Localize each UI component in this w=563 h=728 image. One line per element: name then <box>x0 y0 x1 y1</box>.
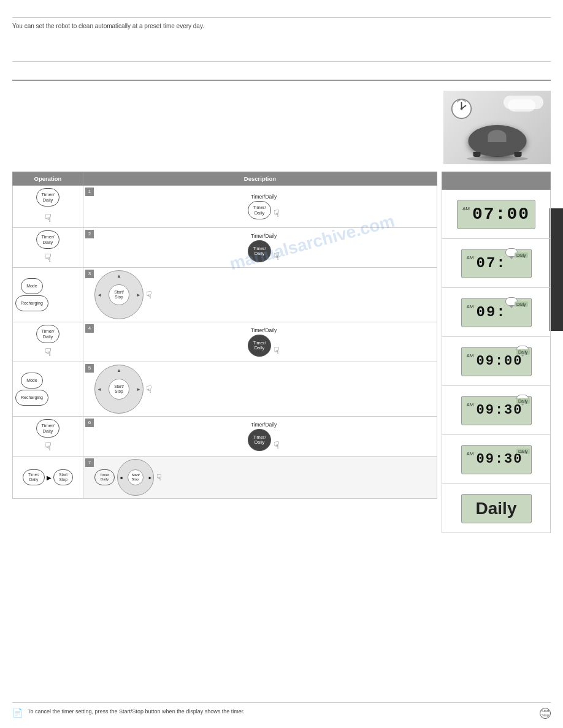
hand-icon-action-4: ☟ <box>274 345 280 357</box>
start-stop-btn-7a[interactable]: StartStop <box>53 469 73 485</box>
step-content-7: Timer/Daily ▶ StartStop <box>15 469 80 485</box>
step-number-7: 7 <box>85 458 94 467</box>
top-line-1 <box>12 17 551 18</box>
display-row-7: Daily <box>442 484 551 533</box>
floor-shadow <box>467 156 528 161</box>
step-number-2: 2 <box>85 230 94 238</box>
step-cell-1: Timer/ Daily ☟ <box>13 186 83 228</box>
lcd-3: AM 09: Daily <box>461 298 532 327</box>
action-content-6: Timer/Daily Timer/ Daily ☟ <box>86 422 434 451</box>
action-content-2: Timer/Daily Timer/ Daily ☟ <box>86 233 434 262</box>
dpad-right-3 <box>136 292 141 298</box>
dpad-7[interactable]: ◄ ► Start/Stop <box>117 459 154 496</box>
document-icon: 📄 <box>12 708 23 718</box>
action-content-3: Start/Stop ☟ <box>86 270 434 319</box>
timer-daily-action-btn-6[interactable]: Timer/ Daily <box>248 429 271 451</box>
dpad-left-7: ◄ <box>119 476 123 480</box>
action-content-7: TimerDaily ◄ ► Start/Stop ☟ <box>86 459 434 496</box>
intro-text: You can set the robot to clean automatic… <box>12 21 434 31</box>
step-content-1: Timer/ Daily ☟ <box>15 188 80 225</box>
hand-icon-7: ☟ <box>156 472 162 482</box>
table-row: Mode Recharging 3 <box>13 268 437 322</box>
timer-daily-btn-4[interactable]: Timer/ Daily <box>36 325 60 343</box>
lcd-time-2: 07: <box>477 256 507 271</box>
lcd-am-3: AM <box>467 304 474 309</box>
mode-btn-5[interactable]: Mode <box>21 373 43 389</box>
dpad-3[interactable]: Start/Stop <box>94 270 144 319</box>
cloud-decoration-2 <box>508 99 535 112</box>
lcd-daily-tag-2: Daily <box>515 252 528 258</box>
recharging-btn-5[interactable]: Recharging <box>15 390 48 406</box>
timer-daily-action-btn-4[interactable]: Timer/ Daily <box>248 335 271 357</box>
display-row-5: AM 09:30 Daily <box>442 386 551 435</box>
lcd-time-4: 09:00 <box>477 355 523 368</box>
timer-daily-btn-6[interactable]: Timer/ Daily <box>36 419 60 438</box>
recharging-btn-3[interactable]: Recharging <box>15 295 48 311</box>
td-label-6: Timer/Daily <box>251 422 277 428</box>
step-cell-6: Timer/ Daily ☟ <box>13 417 83 457</box>
mode-btn-3[interactable]: Mode <box>21 278 43 294</box>
lcd-am-5: AM <box>467 402 474 408</box>
timer-daily-btn-2[interactable]: Timer/ Daily <box>36 230 60 249</box>
step-number-4: 4 <box>85 324 94 333</box>
lcd-daily-tag-4: Daily <box>516 349 530 355</box>
timer-daily-action-btn-2[interactable]: Timer/ Daily <box>248 240 271 262</box>
instruction-table-container: Operation Description Timer/ Daily ☟ <box>12 172 437 499</box>
timer-daily-btn-1[interactable]: Timer/ Daily <box>36 188 60 207</box>
step-content-4: Timer/ Daily ☟ <box>15 325 80 359</box>
table-row: Timer/ Daily ☟ 6 Timer/Daily Ti <box>13 417 437 457</box>
col-header-operation: Operation <box>13 172 83 186</box>
dpad-5[interactable]: Start/Stop <box>94 365 144 414</box>
timer-daily-action-btn-7[interactable]: TimerDaily <box>94 469 115 485</box>
step-number-6: 6 <box>85 419 94 427</box>
robot-vacuum-body <box>468 125 526 157</box>
action-content-4: Timer/Daily Timer/ Daily ☟ <box>86 327 434 357</box>
action-cell-6: 6 Timer/Daily Timer/ Daily ☟ <box>83 417 437 457</box>
start-stop-center-7[interactable]: Start/Stop <box>128 469 144 485</box>
action-cell-2: 2 Timer/Daily Timer/ Daily ☟ <box>83 228 437 268</box>
timer-daily-action-btn-1[interactable]: Timer/ Daily <box>248 201 272 219</box>
step-cell-4: Timer/ Daily ☟ <box>13 322 83 362</box>
clock-icon <box>451 98 472 119</box>
lcd-time-1: 07:00 <box>472 206 530 223</box>
display-row-3: AM 09: Daily <box>442 288 551 337</box>
lcd-am-6: AM <box>467 451 474 457</box>
start-stop-btn-3[interactable]: Start/Stop <box>109 284 129 305</box>
timer-daily-btn-7a[interactable]: Timer/Daily <box>23 469 45 485</box>
lcd-time-6: 09:30 <box>477 453 523 466</box>
lcd-daily-tag-3: Daily <box>515 301 528 307</box>
table-row: Mode Recharging 5 <box>13 362 437 417</box>
lcd-am-4: AM <box>467 353 474 358</box>
page-container: You can set the robot to clean automatic… <box>0 0 563 728</box>
step-number-1: 1 <box>85 188 94 196</box>
hand-icon-1: ☟ <box>45 211 52 225</box>
top-line-2 <box>12 61 551 62</box>
lcd-6: AM 09:30 Daily <box>461 445 532 474</box>
start-stop-icon-note: StartStop <box>540 708 551 719</box>
step-cell-5: Mode Recharging <box>13 362 83 417</box>
section-header-line <box>12 80 551 81</box>
display-row-1: AM 07:00 <box>442 190 551 239</box>
lcd-2: AM 07: Daily <box>461 249 532 278</box>
lcd-time-5: 09:30 <box>477 404 523 417</box>
button-group-6: Timer/ Daily ☟ <box>248 429 280 451</box>
action-cell-7: 7 TimerDaily ◄ ► Start/Stop ☟ <box>83 457 437 499</box>
hand-icon-5: ☟ <box>146 384 152 395</box>
start-stop-btn-5[interactable]: Start/Stop <box>109 379 129 400</box>
instruction-table: Operation Description Timer/ Daily ☟ <box>12 172 437 499</box>
action-cell-1: 1 Timer/Daily Timer/ Daily ☟ <box>83 186 437 228</box>
table-row: Timer/ Daily ☟ 4 Timer/Daily Ti <box>13 322 437 362</box>
display-row-6: AM 09:30 Daily <box>442 435 551 484</box>
mode-recharging-group: Mode Recharging <box>15 278 48 311</box>
lcd-1: AM 07:00 <box>457 200 535 229</box>
table-row: Timer/Daily ▶ StartStop 7 TimerDaily <box>13 457 437 499</box>
step-number-5: 5 <box>85 364 94 373</box>
lcd-5: AM 09:30 Daily <box>461 396 532 425</box>
lcd-am-1: AM <box>462 206 470 211</box>
hero-image-inner <box>443 91 551 164</box>
dpad-right-5 <box>136 386 141 392</box>
td-label-4: Timer/Daily <box>251 327 277 333</box>
step-content-5: Mode Recharging <box>15 373 80 406</box>
table-row: Timer/ Daily ☟ 1 Timer/Daily Ti <box>13 186 437 228</box>
hand-icon-4: ☟ <box>45 346 52 359</box>
